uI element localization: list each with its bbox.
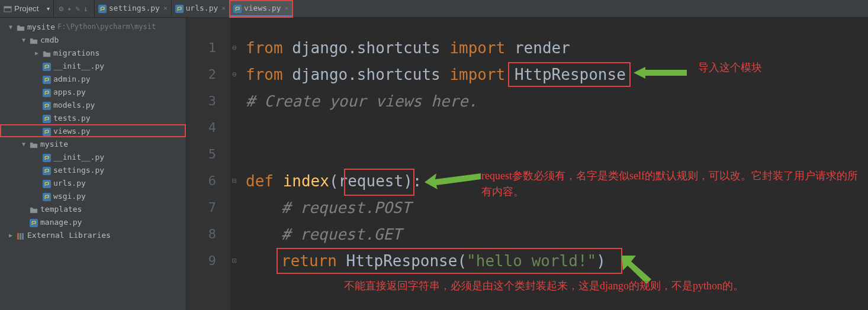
tree-node---init---py[interactable]: __init__.py: [0, 59, 186, 72]
fold-icon[interactable]: ⊡: [232, 256, 242, 265]
tree-label: mysite: [27, 22, 55, 31]
tree-node-admin-py[interactable]: admin.py: [0, 72, 186, 85]
line-number: 8: [187, 227, 216, 241]
svg-rect-10: [43, 128, 51, 136]
python-file-icon: [43, 89, 51, 97]
line-number: 3: [187, 93, 216, 108]
code-content[interactable]: # request.POST: [246, 199, 411, 217]
expand-icon[interactable]: ▼: [7, 24, 14, 30]
tab-label: views.py: [244, 4, 281, 12]
svg-marker-19: [634, 67, 687, 79]
tree-node-wsgi-py[interactable]: wsgi.py: [0, 189, 186, 202]
tree-label: manage.py: [40, 218, 82, 227]
tree-node-urls-py[interactable]: urls.py: [0, 176, 186, 189]
tree-label: wsgi.py: [53, 192, 86, 201]
tree-node---init---py[interactable]: __init__.py: [0, 150, 186, 163]
python-file-icon: [43, 167, 51, 175]
python-file-icon: [43, 63, 51, 71]
expand-icon[interactable]: ▼: [20, 141, 27, 147]
svg-rect-1: [4, 7, 11, 8]
code-line-6: 6⊟def index(request):: [187, 167, 216, 194]
tree-node-tests-py[interactable]: tests.py: [0, 111, 186, 124]
svg-marker-20: [425, 173, 481, 189]
folder-icon: [30, 37, 38, 45]
code-line-8: 8# request.GET: [187, 221, 216, 247]
tree-node-apps-py[interactable]: apps.py: [0, 85, 186, 98]
annotation-2: request参数必须有，名字是类似self的默认规则，可以改。它封装了用户请求…: [481, 168, 866, 200]
code-line-1: 1⊖from django.shortcuts import render: [187, 34, 216, 61]
code-line-4: 4: [187, 114, 216, 141]
svg-rect-6: [43, 76, 51, 84]
tree-node-external-libraries[interactable]: ▶External Libraries: [0, 228, 186, 241]
python-file-icon: [43, 115, 51, 123]
fold-icon[interactable]: ⊖: [232, 70, 242, 79]
python-file-icon: [43, 76, 51, 84]
collapse-icon[interactable]: ↓: [83, 4, 88, 13]
folder-icon: [30, 141, 38, 149]
tree-label: External Libraries: [27, 231, 111, 240]
svg-rect-7: [43, 89, 51, 97]
fold-icon[interactable]: ⊖: [232, 43, 242, 52]
close-icon[interactable]: ✕: [221, 4, 226, 12]
tree-node-templates[interactable]: templates: [0, 202, 186, 215]
svg-rect-13: [43, 180, 51, 188]
python-file-icon: [175, 5, 184, 13]
editor-tabs: settings.py✕urls.py✕views.py✕: [95, 0, 292, 17]
code-content[interactable]: # Create your views here.: [246, 92, 477, 110]
tree-node-mysite[interactable]: ▼mysite: [0, 137, 186, 150]
tree-label: apps.py: [53, 88, 86, 96]
tree-node-models-py[interactable]: models.py: [0, 98, 186, 111]
code-line-3: 3# Create your views here.: [187, 88, 216, 114]
code-line-2: 2⊖from django.shortcuts import HttpRespo…: [187, 61, 216, 88]
expand-icon[interactable]: ▼: [20, 37, 27, 43]
svg-rect-5: [43, 63, 51, 71]
svg-rect-14: [43, 193, 51, 201]
tab-label: settings.py: [109, 4, 160, 12]
folder-icon: [17, 24, 25, 32]
svg-rect-11: [43, 154, 51, 162]
highlight-httpresponse: [508, 62, 631, 87]
code-content[interactable]: # request.GET: [246, 225, 402, 243]
tree-label: templates: [40, 205, 82, 214]
svg-rect-12: [43, 167, 51, 175]
svg-rect-2: [98, 5, 107, 13]
tree-node-views-py[interactable]: views.py: [0, 124, 186, 137]
tree-label: admin.py: [53, 75, 91, 83]
close-icon[interactable]: ✕: [285, 4, 289, 12]
tree-node-migrations[interactable]: ▶migrations: [0, 46, 186, 59]
tree-node-manage-py[interactable]: manage.py: [0, 215, 186, 228]
settings-icon[interactable]: ⚙: [59, 4, 63, 13]
folder-icon: [30, 206, 38, 214]
tree-node-cmdb[interactable]: ▼cmdb: [0, 33, 186, 46]
code-line-5: 5: [187, 141, 216, 167]
python-file-icon: [43, 193, 51, 201]
dropdown-arrow: ▾: [47, 5, 50, 12]
python-file-icon: [98, 4, 107, 12]
fold-icon[interactable]: ⊟: [232, 176, 242, 185]
svg-rect-15: [30, 219, 38, 227]
expand-icon[interactable]: ▶: [33, 50, 40, 56]
arrow-2: [425, 170, 484, 194]
tab-views-py[interactable]: views.py✕: [230, 1, 292, 17]
close-icon[interactable]: ✕: [163, 4, 168, 12]
tab-settings-py[interactable]: settings.py✕: [95, 1, 172, 17]
expand-icon[interactable]: ▶: [7, 232, 14, 238]
toolbar-icons: ⚙ ✦ ✎ ↓: [59, 0, 94, 17]
svg-rect-16: [17, 233, 19, 240]
code-line-7: 7# request.POST: [187, 194, 216, 221]
tree-node-mysite[interactable]: ▼mysiteF:\Python\pycharm\mysit: [0, 20, 186, 33]
project-dropdown[interactable]: Project ▾: [0, 0, 53, 17]
star-icon[interactable]: ✦: [67, 4, 72, 13]
line-number: 5: [187, 147, 216, 162]
tree-label: migrations: [53, 49, 99, 57]
code-content[interactable]: from django.shortcuts import render: [246, 39, 570, 57]
python-file-icon: [43, 154, 51, 162]
tree-node-settings-py[interactable]: settings.py: [0, 163, 186, 176]
svg-rect-18: [22, 233, 24, 240]
python-file-icon: [43, 128, 51, 136]
code-editor[interactable]: 1⊖from django.shortcuts import render2⊖f…: [187, 18, 868, 310]
tree-label: urls.py: [53, 179, 86, 188]
tab-urls-py[interactable]: urls.py✕: [172, 1, 230, 17]
edit-icon[interactable]: ✎: [75, 4, 80, 13]
tab-label: urls.py: [186, 4, 218, 12]
